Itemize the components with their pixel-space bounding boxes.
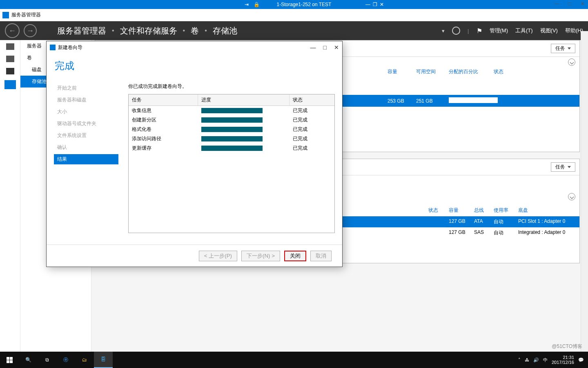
divider: | <box>468 28 469 34</box>
pool-tasks-button[interactable]: 任务 <box>551 44 575 53</box>
task-status: 已完成 <box>290 144 334 153</box>
task-col-status[interactable]: 状态 <box>290 94 334 105</box>
col-status[interactable]: 状态 <box>494 68 575 75</box>
dialog-title: 新建卷向导 <box>58 44 82 51</box>
task-status: 已完成 <box>290 106 334 115</box>
dialog-heading: 完成 <box>55 59 335 72</box>
system-tray: ˄ 🖧 🔊 中 21:31 2017/12/16 💬 <box>518 355 588 365</box>
wizard-step[interactable]: 服务器和磁盘 <box>54 95 118 105</box>
task-col-task[interactable]: 任务 <box>129 94 198 105</box>
wizard-step[interactable]: 大小 <box>54 107 118 117</box>
task-status: 已完成 <box>290 116 334 124</box>
col-chassis[interactable]: 底盘 <box>518 207 575 214</box>
breadcrumb-volumes[interactable]: 卷 <box>191 25 199 36</box>
watermark-text: @51CTO博客 <box>552 343 582 350</box>
server-manager-toolbar: ← → 服务器管理器 • 文件和存储服务 • 卷 • 存储池 ▾ | ⚑ 管理(… <box>0 21 588 40</box>
task-name: 创建新分区 <box>129 116 198 124</box>
col-free[interactable]: 可用空间 <box>416 68 449 75</box>
dropdown-icon[interactable]: ▾ <box>442 28 445 34</box>
vm-restore-button[interactable]: ❐ <box>373 2 377 7</box>
task-row: 添加访问路径已完成 <box>129 134 334 144</box>
progress-bar <box>201 127 263 132</box>
menu-manage[interactable]: 管理(M) <box>490 27 508 34</box>
disk-usage: 自动 <box>494 218 518 225</box>
wizard-step[interactable]: 文件系统设置 <box>54 130 118 141</box>
task-status: 已完成 <box>290 135 334 143</box>
col-usage[interactable]: 使用率 <box>494 207 518 214</box>
col-capacity[interactable]: 容量 <box>388 68 416 75</box>
refresh-icon[interactable] <box>452 27 460 35</box>
all-servers-icon[interactable] <box>6 68 14 74</box>
vertical-scrollbar[interactable] <box>581 31 588 352</box>
taskbar-ie[interactable]: ⓔ <box>56 352 75 368</box>
disk-capacity: 127 GB <box>449 229 474 236</box>
dialog-maximize-button[interactable]: □ <box>323 44 327 51</box>
dialog-buttons: < 上一步(P) 下一步(N) > 关闭 取消 <box>47 245 342 267</box>
close-wizard-button[interactable]: 关闭 <box>284 251 306 261</box>
chevron-right-icon: • <box>205 27 207 34</box>
task-name: 格式化卷 <box>129 125 198 134</box>
vm-close-button[interactable]: ✕ <box>380 2 384 7</box>
dashboard-icon[interactable] <box>6 43 14 50</box>
pin-icon[interactable]: ⇥ <box>245 2 249 7</box>
flag-icon[interactable]: ⚑ <box>477 27 482 35</box>
file-storage-icon[interactable] <box>4 80 16 89</box>
nav-back-button[interactable]: ← <box>5 23 20 38</box>
start-button[interactable] <box>0 352 19 368</box>
new-volume-wizard-dialog: 新建卷向导 — □ ✕ 完成 开始之前服务器和磁盘大小驱动器号或文件夹文件系统设… <box>46 41 343 267</box>
col-allocated[interactable]: 分配的百分比 <box>449 68 494 75</box>
local-server-icon[interactable] <box>6 56 14 62</box>
cancel-button: 取消 <box>310 251 332 261</box>
task-view-button[interactable]: ⧉ <box>38 352 56 368</box>
pool-capacity: 253 GB <box>388 98 416 104</box>
menu-view[interactable]: 视图(V) <box>540 27 558 34</box>
dialog-minimize-button[interactable]: — <box>310 44 316 51</box>
wizard-step[interactable]: 确认 <box>54 142 118 153</box>
task-col-progress[interactable]: 进度 <box>198 94 290 105</box>
outer-minimize-button[interactable]: — <box>554 1 559 7</box>
disks-expand-toggle[interactable] <box>568 193 575 200</box>
tray-up-icon[interactable]: ˄ <box>518 357 521 363</box>
outer-maximize-button[interactable]: □ <box>567 1 572 7</box>
wizard-step[interactable]: 开始之前 <box>54 83 118 93</box>
pool-usage-bar <box>449 97 498 103</box>
disk-capacity: 127 GB <box>449 218 474 225</box>
task-status: 已完成 <box>290 125 334 134</box>
disk-bus: SAS <box>474 229 494 236</box>
vm-connection-titlebar: ⇥ 🔒 1-Storage1-252 on TEST — ❐ ✕ <box>0 0 588 9</box>
disk-chassis: Integrated : Adapter 0 <box>518 229 575 236</box>
vm-minimize-button[interactable]: — <box>365 2 370 7</box>
nav-forward-button[interactable]: → <box>24 24 37 37</box>
chevron-down-icon <box>568 166 571 168</box>
dialog-close-button[interactable]: ✕ <box>334 44 339 51</box>
app-title: 服务器管理器 <box>11 11 41 18</box>
ime-indicator[interactable]: 中 <box>543 357 548 363</box>
breadcrumb-root[interactable]: 服务器管理器 <box>57 25 106 36</box>
outer-close-button[interactable]: ✕ <box>580 1 586 7</box>
next-button: 下一步(N) > <box>241 251 280 261</box>
taskbar-explorer[interactable]: 🗂 <box>75 352 94 368</box>
dialog-titlebar[interactable]: 新建卷向导 — □ ✕ <box>47 41 342 54</box>
progress-bar <box>201 108 263 113</box>
task-row: 创建新分区已完成 <box>129 115 334 125</box>
breadcrumb-fs[interactable]: 文件和存储服务 <box>120 25 177 36</box>
pool-free: 251 GB <box>416 98 449 104</box>
search-button[interactable]: 🔍 <box>19 352 38 368</box>
volume-icon[interactable]: 🔊 <box>533 357 539 363</box>
taskbar-server-manager[interactable]: 🗄 <box>94 352 113 368</box>
col-bus[interactable]: 总线 <box>474 207 494 214</box>
server-manager-icon <box>2 12 9 18</box>
disk-usage: 自动 <box>494 229 518 236</box>
disks-tasks-button[interactable]: 任务 <box>551 162 575 172</box>
expand-toggle[interactable] <box>568 58 575 66</box>
breadcrumb-pools[interactable]: 存储池 <box>213 25 237 36</box>
col-disk-status[interactable]: 状态 <box>428 207 449 214</box>
network-icon[interactable]: 🖧 <box>525 357 529 362</box>
menu-tools[interactable]: 工具(T) <box>515 27 533 34</box>
task-name: 添加访问路径 <box>129 135 198 143</box>
col-disk-capacity[interactable]: 容量 <box>449 207 474 214</box>
taskbar-clock[interactable]: 21:31 2017/12/16 <box>552 355 574 365</box>
lock-icon[interactable]: 🔒 <box>254 2 260 7</box>
wizard-step[interactable]: 驱动器号或文件夹 <box>54 119 118 129</box>
notifications-button[interactable]: 💬 <box>578 357 584 363</box>
